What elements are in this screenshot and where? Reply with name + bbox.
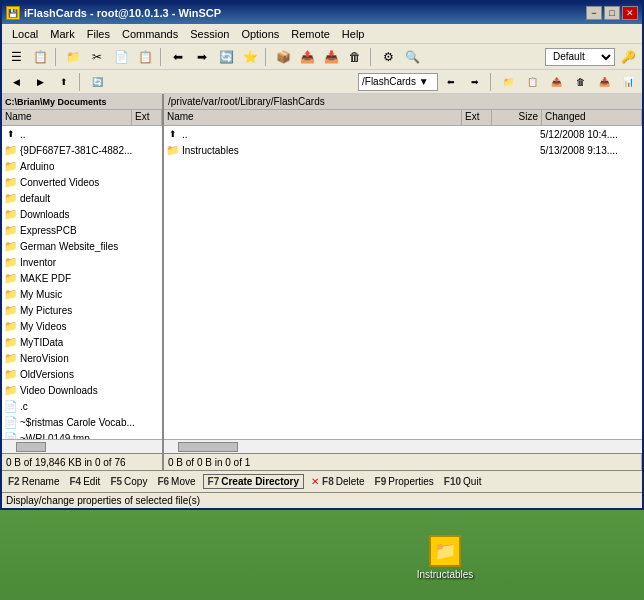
bt-props[interactable]: F9 Properties [372,475,437,488]
bt-copy-key: F5 [110,476,122,487]
toolbar-sep-3 [265,48,268,66]
nav-btn-up[interactable]: ⬆ [53,71,75,93]
nav-right-btn1[interactable]: 📁 [497,71,519,93]
toolbar-btn-1[interactable]: ☰ [5,46,27,68]
toolbar-btn-5[interactable]: 📄 [110,46,132,68]
folder-icon-3 [4,175,18,189]
nav-right-prev[interactable]: ⬅ [440,71,462,93]
desktop-instructables-icon[interactable]: 📁 Instructables [415,535,475,580]
menu-commands[interactable]: Commands [116,26,184,42]
nav-right-btn5[interactable]: 📥 [593,71,615,93]
toolbar-btn-6[interactable]: 📋 [134,46,156,68]
left-item-12[interactable]: My Videos [2,318,162,334]
left-item-13[interactable]: MyTIData [2,334,162,350]
folder-icon-9 [4,271,18,285]
maximize-button[interactable]: □ [604,6,620,20]
bt-mkdir[interactable]: F7 Create Directory [203,474,304,489]
toolbar-btn-15[interactable]: ⚙ [377,46,399,68]
nav-right-btn4[interactable]: 🗑 [569,71,591,93]
right-col-size[interactable]: Size [492,110,542,125]
toolbar-btn-10[interactable]: ⭐ [239,46,261,68]
right-path-input[interactable]: /FlashCards ▼ [358,73,438,91]
minimize-button[interactable]: − [586,6,602,20]
left-col-ext[interactable]: Ext [132,110,162,125]
left-item-up-name: .. [20,129,26,140]
left-item-11-name: My Pictures [20,305,72,316]
left-item-2[interactable]: Arduino [2,158,162,174]
left-item-18[interactable]: ~$ristmas Carole Vocab... [2,414,162,430]
left-item-14[interactable]: NeroVision [2,350,162,366]
menu-mark[interactable]: Mark [44,26,80,42]
left-item-15-name: OldVersions [20,369,74,380]
menu-remote[interactable]: Remote [285,26,336,42]
right-hscrollbar[interactable] [164,439,642,453]
profile-icon[interactable]: 🔑 [617,46,639,68]
toolbar-btn-3[interactable]: 📁 [62,46,84,68]
profile-dropdown[interactable]: Default [545,48,615,66]
toolbar-btn-7[interactable]: ⬅ [167,46,189,68]
toolbar-btn-14[interactable]: 🗑 [344,46,366,68]
left-item-8[interactable]: Inventor [2,254,162,270]
file-icon-19 [4,431,18,439]
left-item-6[interactable]: ExpressPCB [2,222,162,238]
nav-right-btn6[interactable]: 📊 [617,71,639,93]
bt-delete[interactable]: ✕ F8 Delete [308,475,368,488]
left-item-18-name: ~$ristmas Carole Vocab... [20,417,135,428]
menu-files[interactable]: Files [81,26,116,42]
bt-edit[interactable]: F4 Edit [66,475,103,488]
left-item-7[interactable]: German Website_files [2,238,162,254]
nav-btn-next[interactable]: ▶ [29,71,51,93]
bt-copy[interactable]: F5 Copy [107,475,150,488]
left-hscrollbar[interactable] [2,439,162,453]
nav-right-btn3[interactable]: 📤 [545,71,567,93]
nav-right-next[interactable]: ➡ [464,71,486,93]
right-col-changed[interactable]: Changed [542,110,642,125]
left-item-19[interactable]: ~WRL0149.tmp [2,430,162,439]
menu-help[interactable]: Help [336,26,371,42]
toolbar-btn-13[interactable]: 📥 [320,46,342,68]
toolbar-btn-2[interactable]: 📋 [29,46,51,68]
bt-props-label: Properties [388,476,434,487]
left-item-17[interactable]: .c [2,398,162,414]
right-item-instructables-changed: 5/13/2008 9:13.... [540,145,640,156]
bt-rename-label: Rename [22,476,60,487]
close-button[interactable]: ✕ [622,6,638,20]
nav-right-btn2[interactable]: 📋 [521,71,543,93]
bt-delete-key: F8 [322,476,334,487]
left-item-10[interactable]: My Music [2,286,162,302]
left-item-3-name: Converted Videos [20,177,99,188]
folder-icon-16 [4,383,18,397]
right-item-instructables[interactable]: Instructables 5/13/2008 9:13.... [164,142,642,158]
left-item-11[interactable]: My Pictures [2,302,162,318]
left-item-9[interactable]: MAKE PDF [2,270,162,286]
right-item-up[interactable]: .. 5/12/2008 10:4.... [164,126,642,142]
menu-options[interactable]: Options [235,26,285,42]
bt-mkdir-key: F7 [208,476,220,487]
bt-rename[interactable]: F2 Rename [5,475,62,488]
right-col-name[interactable]: Name [164,110,462,125]
bt-quit[interactable]: F10 Quit [441,475,485,488]
toolbar-btn-8[interactable]: ➡ [191,46,213,68]
file-icon-18 [4,415,18,429]
toolbar-btn-9[interactable]: 🔄 [215,46,237,68]
toolbar-btn-12[interactable]: 📤 [296,46,318,68]
left-file-list[interactable]: .. {9DF687E7-381C-4882... Arduino Conver… [2,126,162,439]
right-file-list[interactable]: .. 5/12/2008 10:4.... Instructables 5/13… [164,126,642,439]
nav-btn-reload[interactable]: 🔄 [86,71,108,93]
menu-session[interactable]: Session [184,26,235,42]
left-item-5[interactable]: Downloads [2,206,162,222]
left-item-up[interactable]: .. [2,126,162,142]
left-item-1[interactable]: {9DF687E7-381C-4882... [2,142,162,158]
menu-local[interactable]: Local [6,26,44,42]
right-col-ext[interactable]: Ext [462,110,492,125]
toolbar-btn-16[interactable]: 🔍 [401,46,423,68]
left-item-15[interactable]: OldVersions [2,366,162,382]
left-item-3[interactable]: Converted Videos [2,174,162,190]
left-col-name[interactable]: Name [2,110,132,125]
left-item-16[interactable]: Video Downloads [2,382,162,398]
nav-btn-prev[interactable]: ◀ [5,71,27,93]
toolbar-btn-4[interactable]: ✂ [86,46,108,68]
toolbar-btn-11[interactable]: 📦 [272,46,294,68]
left-item-4[interactable]: default [2,190,162,206]
bt-move[interactable]: F6 Move [154,475,198,488]
